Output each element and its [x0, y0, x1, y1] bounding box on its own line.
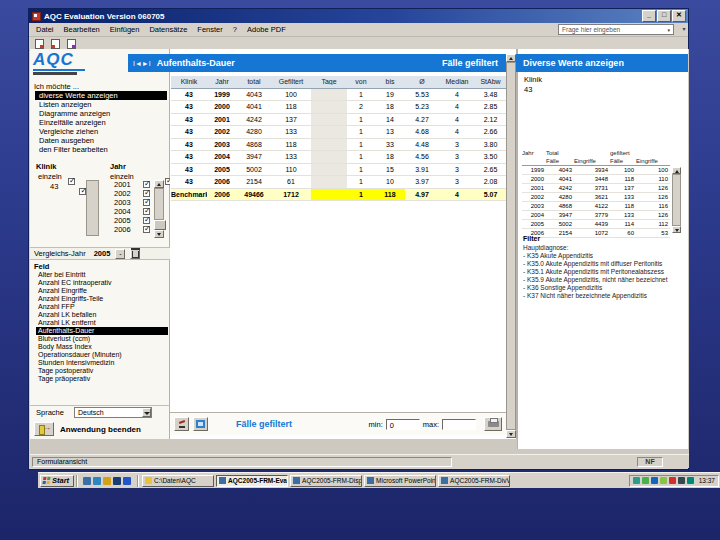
- table-row[interactable]: 19994043 3934100 100: [522, 166, 670, 175]
- combo-arrow-icon[interactable]: [142, 408, 151, 417]
- feld-item[interactable]: Aufenthalts-Dauer: [36, 327, 168, 335]
- sprache-select[interactable]: Deutsch: [74, 407, 152, 418]
- menu-item[interactable]: Fenster: [192, 25, 227, 34]
- klinik-list-scrollbar[interactable]: [86, 180, 99, 236]
- taskbar-task[interactable]: C:\Daten\AQC: [142, 475, 214, 487]
- year-checkbox[interactable]: [143, 217, 150, 224]
- main-scroll-track[interactable]: [506, 62, 516, 430]
- klinik-einzeln-checkbox[interactable]: [68, 178, 75, 185]
- sidebar-menu-item[interactable]: Einzelfälle anzeigen: [35, 118, 167, 127]
- quicklaunch-icon-3[interactable]: [103, 477, 111, 485]
- question-input[interactable]: Frage hier eingeben ▾: [558, 24, 674, 35]
- quit-app-button[interactable]: [34, 422, 54, 436]
- sidebar-menu-item[interactable]: Vergleiche ziehen: [35, 127, 167, 136]
- right-scroll-track[interactable]: [672, 174, 681, 226]
- main-scrollbar[interactable]: [506, 54, 516, 438]
- year-scroll-thumb[interactable]: [154, 220, 166, 230]
- feld-item[interactable]: Operationsdauer (Minuten): [36, 351, 168, 359]
- feld-item[interactable]: Tage präoperativ: [36, 375, 168, 383]
- feld-item[interactable]: Alter bei Eintritt: [36, 271, 168, 279]
- title-bar[interactable]: AQC Evaluation Version 060705 _ □ ✕: [29, 9, 688, 23]
- sidebar-menu-item[interactable]: diverse Werte anzeigen: [35, 91, 167, 100]
- table-row[interactable]: 20034868 4122118 116: [522, 202, 670, 211]
- tray-icon-5[interactable]: [669, 477, 676, 484]
- menu-item[interactable]: Datei: [31, 25, 59, 34]
- right-table-scrollbar[interactable]: [672, 167, 681, 233]
- record-nav-icons[interactable]: I◄►I: [133, 60, 151, 67]
- table-row[interactable]: 20043947 3779133 126: [522, 211, 670, 220]
- year-checkbox[interactable]: [143, 199, 150, 206]
- maximize-button[interactable]: □: [657, 10, 671, 22]
- table-row[interactable]: 432005 5002110 1 153.91 32.65: [171, 164, 506, 177]
- table-row[interactable]: 432002 4280133 1 134.68 42.66: [171, 126, 506, 139]
- tray-icon-3[interactable]: [651, 477, 658, 484]
- table-row[interactable]: 20004041 3448118 110: [522, 175, 670, 184]
- year-checkbox[interactable]: [143, 208, 150, 215]
- sidebar-menu-item[interactable]: Daten ausgeben: [35, 136, 167, 145]
- feld-item[interactable]: Blutverlust (ccm): [36, 335, 168, 343]
- feld-item[interactable]: Anzahl Eingriffs-Teile: [36, 295, 168, 303]
- quicklaunch-icon-4[interactable]: [113, 477, 121, 485]
- table-row[interactable]: 20014242 3731137 126: [522, 184, 670, 193]
- sidebar-menu-item[interactable]: den Filter bearbeiten: [35, 145, 167, 154]
- taskbar-task[interactable]: AQC2005-FRM-Evalua...: [216, 475, 288, 487]
- scroll-down-icon[interactable]: [672, 226, 681, 233]
- taskbar-task[interactable]: Microsoft PowerPoint - [...]: [364, 475, 436, 487]
- min-input[interactable]: 0: [386, 419, 420, 430]
- feld-item[interactable]: Anzahl EC intraoperativ: [36, 279, 168, 287]
- menu-item[interactable]: Datensätze: [144, 25, 192, 34]
- scroll-up-icon[interactable]: [154, 180, 164, 188]
- table-row[interactable]: Benchmark2006 494661712 1 1184.97 45.07: [171, 189, 506, 202]
- close-button[interactable]: ✕: [672, 10, 686, 22]
- tray-icon-1[interactable]: [633, 477, 640, 484]
- start-button[interactable]: Start: [40, 475, 74, 487]
- table-row[interactable]: 432006 215461 1 103.97 32.08: [171, 176, 506, 189]
- max-input[interactable]: [442, 419, 476, 430]
- year-checkbox[interactable]: [143, 190, 150, 197]
- refresh-tool-button[interactable]: [193, 417, 208, 431]
- feld-item[interactable]: Anzahl LK befallen: [36, 311, 168, 319]
- table-row[interactable]: 20024280 3621133 126: [522, 193, 670, 202]
- scroll-down-icon[interactable]: [506, 430, 516, 438]
- sidebar-menu-item[interactable]: Listen anzeigen: [35, 100, 167, 109]
- menu-item[interactable]: Bearbeiten: [59, 25, 105, 34]
- menu-item[interactable]: Adobe PDF: [242, 25, 291, 34]
- toolbar-options-icon[interactable]: ▾: [680, 24, 688, 35]
- scroll-up-icon[interactable]: [506, 54, 516, 62]
- sidebar-menu-item[interactable]: Diagramme anzeigen: [35, 109, 167, 118]
- filter-tool-button[interactable]: [174, 417, 189, 431]
- quicklaunch-icon-1[interactable]: [83, 477, 91, 485]
- minimize-button[interactable]: _: [642, 10, 656, 22]
- feld-item[interactable]: Stunden Intensivmedizin: [36, 359, 168, 367]
- table-row[interactable]: 432001 4242137 1 144.27 42.12: [171, 114, 506, 127]
- feld-item[interactable]: Anzahl Eingriffe: [36, 287, 168, 295]
- feld-item[interactable]: Anzahl FFP: [36, 303, 168, 311]
- taskbar-task[interactable]: AQC2005-FRM-DivValues: [438, 475, 510, 487]
- table-row[interactable]: 432004 3947133 1 184.56 33.50: [171, 151, 506, 164]
- table-row[interactable]: 432000 4041118 2 185.23 42.85: [171, 101, 506, 114]
- table-row[interactable]: 432003 4868118 1 334.48 33.80: [171, 139, 506, 152]
- quicklaunch-icon-2[interactable]: [93, 477, 101, 485]
- scroll-down-icon[interactable]: [154, 230, 164, 238]
- print-button[interactable]: [484, 417, 502, 431]
- year-scroll-track[interactable]: [154, 188, 164, 220]
- menu-item[interactable]: Einfügen: [105, 25, 145, 34]
- feld-item[interactable]: Tage postoperativ: [36, 367, 168, 375]
- year-scrollbar[interactable]: [154, 180, 164, 236]
- tray-icon-7[interactable]: [687, 477, 694, 484]
- scroll-up-icon[interactable]: [672, 167, 681, 174]
- year-checkbox[interactable]: [143, 226, 150, 233]
- table-row[interactable]: 431999 4043100 1 195.53 43.48: [171, 89, 506, 102]
- vergleichsjahr-minus-button[interactable]: -: [115, 249, 125, 259]
- menu-item[interactable]: ?: [228, 25, 242, 34]
- tray-icon-2[interactable]: [642, 477, 649, 484]
- feld-item[interactable]: Anzahl LK entfernt: [36, 319, 168, 327]
- feld-item[interactable]: Body Mass Index: [36, 343, 168, 351]
- tray-icon-6[interactable]: [678, 477, 685, 484]
- table-row[interactable]: 20055002 4439114 112: [522, 220, 670, 229]
- vergleichsjahr-delete-button[interactable]: [130, 249, 140, 259]
- year-checkbox[interactable]: [143, 181, 150, 188]
- tray-icon-4[interactable]: [660, 477, 667, 484]
- taskbar-task[interactable]: AQC2005-FRM-Display: [290, 475, 362, 487]
- quicklaunch-icon-5[interactable]: [123, 477, 131, 485]
